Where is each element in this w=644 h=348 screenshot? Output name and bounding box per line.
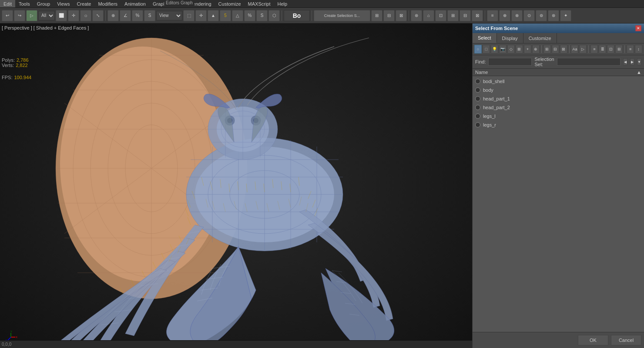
tb-btn-8[interactable]: ⊟	[460, 10, 471, 21]
dialog-btn-shape[interactable]: ◇	[507, 45, 515, 54]
menu-help[interactable]: Help	[274, 0, 291, 7]
tb-btn-12[interactable]: ⊗	[511, 10, 523, 21]
create-selection-btn[interactable]: Create Selection S...	[314, 10, 370, 21]
menu-animation[interactable]: Animation	[121, 0, 149, 7]
dialog-btn-space[interactable]: ⊕	[532, 45, 540, 54]
move-btn[interactable]: ✛	[68, 10, 79, 21]
dialog-btn-none[interactable]: ⊟	[552, 45, 559, 54]
dialog-btn-list3[interactable]: ⊡	[607, 45, 614, 54]
object-radio-legs_r	[475, 122, 480, 127]
tab-display[interactable]: Display	[497, 33, 523, 43]
dialog-btn-sq[interactable]: □	[483, 45, 490, 54]
dialog-btn-helper[interactable]: +	[524, 45, 531, 54]
verts-label: Verts:	[2, 63, 14, 68]
tb-btn-5[interactable]: ⌂	[423, 10, 434, 21]
tb-btn-11[interactable]: ⊕	[499, 10, 510, 21]
view-btn-8[interactable]: ⬡	[268, 10, 280, 21]
dialog-titlebar[interactable]: Select From Scene ✕	[473, 23, 644, 33]
dialog-btn-case[interactable]: Aa	[571, 45, 578, 54]
dialog-btn-list1[interactable]: ≡	[590, 45, 598, 54]
menu-maxscript[interactable]: MAXScript	[245, 0, 274, 7]
view-btn-4[interactable]: 5	[220, 10, 231, 21]
object-list-item-body[interactable]: body	[473, 86, 644, 94]
tb-btn-3[interactable]: ⊠	[396, 10, 407, 21]
menu-tools[interactable]: Tools	[15, 0, 34, 7]
tb-btn-9[interactable]: ⊠	[472, 10, 483, 21]
view-btn-7[interactable]: S	[256, 10, 268, 21]
dialog-btn-bone[interactable]: ⊠	[516, 45, 523, 54]
tb-btn-6[interactable]: ⊡	[435, 10, 446, 21]
scale-btn[interactable]: ⤡	[92, 10, 104, 21]
menu-customize[interactable]: Customize	[215, 0, 245, 7]
view-btn-3[interactable]: ▲	[208, 10, 219, 21]
object-list-item-legs_l[interactable]: legs_l	[473, 112, 644, 120]
selection-set-input[interactable]	[557, 58, 621, 66]
viewport-coordinates: 0,0,0	[2, 342, 11, 347]
dialog-btn-cam[interactable]: 📷	[499, 45, 506, 54]
snap-toggle[interactable]: ⊕	[107, 10, 119, 21]
select-btn[interactable]: ▷	[26, 10, 37, 21]
find-input[interactable]	[488, 58, 532, 66]
menu-edit[interactable]: Edit	[0, 0, 15, 7]
find-next-btn[interactable]: ▶	[630, 58, 634, 65]
tb-btn-2[interactable]: ⊟	[383, 10, 395, 21]
object-radio-legs_l	[475, 114, 480, 119]
object-list-item-head_part_1[interactable]: head_part_1	[473, 94, 644, 103]
object-list-item-legs_r[interactable]: legs_r	[473, 120, 644, 129]
object-list-item-bodi_shell[interactable]: bodi_shell	[473, 77, 644, 86]
tb-btn-16[interactable]: ✦	[560, 10, 571, 21]
view-btn-5[interactable]: △	[232, 10, 243, 21]
find-down-btn[interactable]: ▼	[637, 58, 641, 65]
snap-percent[interactable]: %	[132, 10, 143, 21]
redo-btn[interactable]: ↪	[14, 10, 25, 21]
tb-btn-14[interactable]: ⊚	[536, 10, 547, 21]
dialog-btn-list4[interactable]: ⊞	[615, 45, 623, 54]
tb-btn-7[interactable]: ⊞	[447, 10, 459, 21]
menu-create[interactable]: Create	[73, 0, 94, 7]
select-from-scene-dialog: Select From Scene ✕ Select Display Custo…	[472, 23, 644, 348]
find-prev-btn[interactable]: ◀	[623, 58, 627, 65]
snap-spinner[interactable]: S	[144, 10, 155, 21]
selection-set-label: Selection Set:	[534, 57, 554, 67]
undo-btn[interactable]: ↩	[2, 10, 13, 21]
dialog-btn-all[interactable]: ⊞	[543, 45, 551, 54]
dialog-close-button[interactable]: ✕	[635, 25, 641, 31]
tb-btn-1[interactable]: ⊞	[371, 10, 382, 21]
cancel-button[interactable]: Cancel	[611, 335, 641, 345]
dialog-btn-list2[interactable]: ≣	[599, 45, 606, 54]
editors-graph-tab: Editors Graph	[164, 0, 195, 6]
list-scroll-up[interactable]: ▲	[637, 70, 641, 75]
svg-text:Y: Y	[10, 331, 12, 333]
dialog-separator-4	[624, 45, 625, 53]
ok-button[interactable]: OK	[578, 335, 608, 345]
tab-select[interactable]: Select	[473, 33, 497, 43]
view-btn-2[interactable]: ✛	[195, 10, 207, 21]
dialog-btn-light[interactable]: 💡	[491, 45, 498, 54]
menu-modifiers[interactable]: Modifiers	[94, 0, 121, 7]
menu-group[interactable]: Group	[34, 0, 54, 7]
snap-angle[interactable]: ∠	[120, 10, 131, 21]
view-select[interactable]: View	[156, 11, 182, 20]
svg-line-98	[332, 271, 342, 272]
select-region-btn[interactable]: ⬜	[56, 10, 67, 21]
separator-1	[105, 10, 106, 21]
svg-line-105	[8, 337, 11, 340]
rotate-btn[interactable]: ○	[80, 10, 91, 21]
dialog-btn-sort[interactable]: ↕	[635, 45, 642, 54]
dialog-btn-circle[interactable]: ○	[474, 45, 482, 54]
dialog-btn-filter[interactable]: ≡	[627, 45, 634, 54]
object-list-item-head_part_2[interactable]: head_part_2	[473, 103, 644, 112]
viewport[interactable]: [ Perspective ] [ Shaded + Edged Faces ]…	[0, 23, 472, 348]
tb-btn-10[interactable]: ≡	[487, 10, 498, 21]
dialog-btn-select[interactable]: ▷	[579, 45, 587, 54]
tb-btn-13[interactable]: ⊙	[523, 10, 535, 21]
object-list[interactable]: bodi_shellbodyhead_part_1head_part_2legs…	[473, 76, 644, 332]
tb-btn-15[interactable]: ⊛	[548, 10, 559, 21]
view-btn-1[interactable]: ⬚	[183, 10, 195, 21]
menu-views[interactable]: Views	[54, 0, 73, 7]
filter-select[interactable]: All	[38, 11, 55, 20]
tab-customize[interactable]: Customize	[523, 33, 557, 43]
dialog-btn-invert[interactable]: ⊠	[560, 45, 567, 54]
tb-btn-4[interactable]: ⊛	[411, 10, 422, 21]
view-btn-6[interactable]: %	[244, 10, 255, 21]
